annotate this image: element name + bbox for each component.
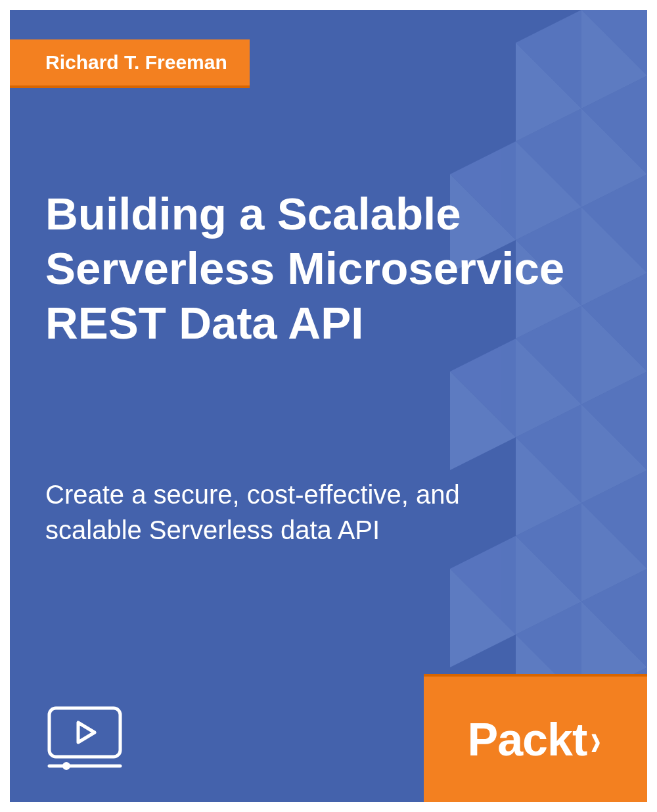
- svg-marker-15: [581, 569, 647, 667]
- book-subtitle: Create a secure, cost-effective, and sca…: [45, 477, 555, 548]
- svg-marker-0: [581, 10, 647, 76]
- svg-marker-19: [581, 10, 647, 108]
- book-title: Building a Scalable Serverless Microserv…: [45, 187, 608, 350]
- svg-marker-2: [581, 76, 647, 174]
- svg-point-40: [62, 762, 70, 770]
- svg-marker-32: [516, 536, 581, 634]
- book-cover: Richard T. Freeman Building a Scalable S…: [10, 10, 647, 802]
- svg-marker-10: [581, 371, 647, 470]
- packt-logo: Packt›: [467, 713, 603, 766]
- svg-marker-33: [450, 569, 516, 667]
- svg-marker-28: [450, 371, 516, 470]
- svg-marker-20: [516, 43, 581, 141]
- svg-marker-1: [516, 10, 581, 108]
- author-badge: Richard T. Freeman: [10, 39, 250, 88]
- publisher-name: Packt: [467, 713, 587, 766]
- svg-marker-27: [516, 339, 581, 437]
- svg-marker-29: [581, 404, 647, 503]
- svg-marker-14: [450, 536, 516, 634]
- svg-marker-9: [450, 339, 516, 437]
- svg-marker-12: [581, 470, 647, 569]
- publisher-badge: Packt›: [424, 674, 647, 802]
- author-name: Richard T. Freeman: [45, 51, 227, 73]
- video-play-icon: [45, 704, 124, 773]
- svg-marker-31: [581, 503, 647, 602]
- chevron-right-icon: ›: [591, 713, 601, 766]
- svg-marker-38: [78, 723, 95, 742]
- svg-rect-37: [49, 708, 120, 757]
